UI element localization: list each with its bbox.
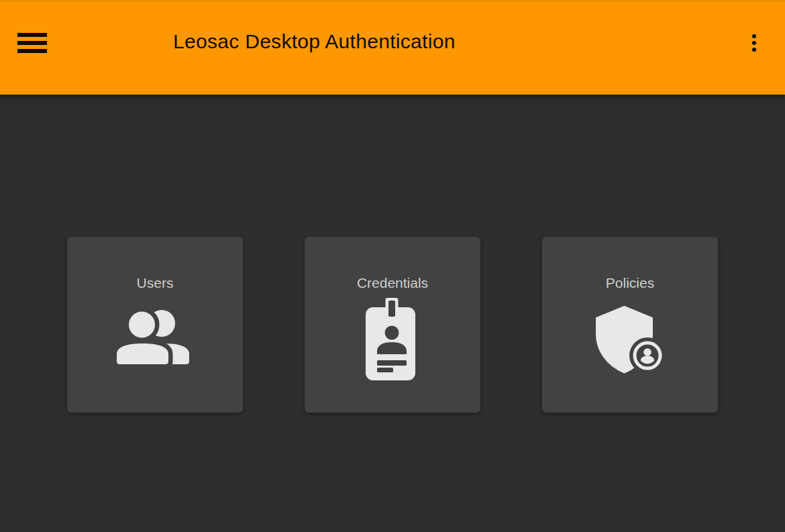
card-credentials[interactable]: Credentials [305, 237, 480, 413]
card-users-label: Users [67, 275, 243, 291]
overflow-menu-button[interactable] [746, 31, 762, 55]
card-policies[interactable]: Policies [542, 237, 718, 413]
app-title: Leosac Desktop Authentication [173, 31, 456, 52]
menu-button[interactable] [17, 33, 47, 53]
kebab-menu-icon [752, 34, 756, 38]
card-users[interactable]: Users [67, 237, 243, 413]
users-icon [115, 309, 195, 369]
id-badge-icon [362, 297, 419, 381]
shield-user-icon [596, 305, 663, 376]
card-credentials-label: Credentials [305, 275, 480, 291]
hamburger-icon [17, 33, 47, 37]
card-policies-label: Policies [542, 275, 718, 291]
app-window: Leosac Desktop Authentication Users [0, 0, 785, 532]
app-bar: Leosac Desktop Authentication [0, 0, 785, 95]
dashboard-cards: Users [67, 237, 718, 413]
